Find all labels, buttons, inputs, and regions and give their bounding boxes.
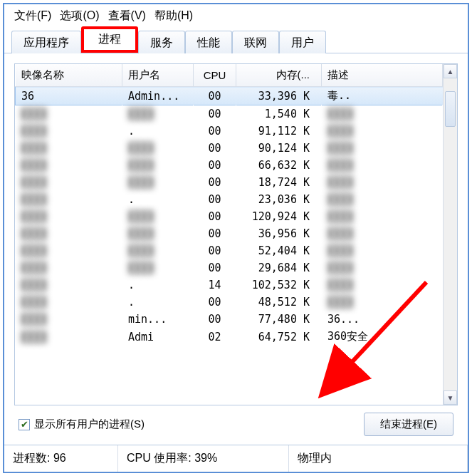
cpu-cell: 00 <box>194 294 236 311</box>
memory-cell: 52,404 K <box>236 242 322 259</box>
table-row[interactable]: ████.0091,112 K████ <box>16 123 443 140</box>
table-row[interactable]: ████████0066,632 K████ <box>16 157 443 174</box>
process-table-scroll[interactable]: 映像名称 用户名 CPU 内存(... 描述 36Admin...0033,39… <box>15 64 443 405</box>
description-cell: ████ <box>322 105 443 123</box>
menu-help[interactable]: 帮助(H) <box>154 9 193 24</box>
table-row[interactable]: ████████001,540 K████ <box>16 105 443 123</box>
image-name-cell: ████ <box>16 191 122 208</box>
user-cell: Admin... <box>122 87 194 105</box>
status-bar: 进程数: 96 CPU 使用率: 39% 物理内 <box>4 445 468 472</box>
scroll-thumb[interactable] <box>445 91 456 127</box>
show-all-users-row[interactable]: ✔ 显示所有用户的进程(S) <box>19 418 145 431</box>
table-row[interactable]: ████████0090,124 K████ <box>16 140 443 157</box>
memory-cell: 66,632 K <box>236 157 322 174</box>
memory-cell: 18,724 K <box>236 174 322 191</box>
user-cell: min... <box>122 311 194 328</box>
description-cell: ████ <box>322 123 443 140</box>
cpu-cell: 00 <box>194 208 236 225</box>
memory-cell: 91,112 K <box>236 123 322 140</box>
process-table: 映像名称 用户名 CPU 内存(... 描述 36Admin...0033,39… <box>15 64 443 346</box>
image-name-cell: ████ <box>16 157 122 174</box>
memory-cell: 102,532 K <box>236 276 322 294</box>
column-cpu[interactable]: CPU <box>194 64 236 87</box>
image-name-cell: ████ <box>16 328 122 346</box>
user-cell: ████ <box>122 225 194 242</box>
table-row[interactable]: ████████0052,404 K████ <box>16 242 443 259</box>
memory-cell: 48,512 K <box>236 294 322 311</box>
show-all-users-checkbox[interactable]: ✔ <box>19 419 30 430</box>
description-cell: ████ <box>322 242 443 259</box>
content-area: 映像名称 用户名 CPU 内存(... 描述 36Admin...0033,39… <box>4 53 468 445</box>
description-cell: 360安全 <box>322 328 443 346</box>
image-name-cell: ████ <box>16 123 122 140</box>
memory-cell: 90,124 K <box>236 140 322 157</box>
description-cell: ████ <box>322 259 443 276</box>
cpu-cell: 00 <box>194 174 236 191</box>
end-process-button[interactable]: 结束进程(E) <box>364 413 453 436</box>
cpu-cell: 02 <box>194 328 236 346</box>
image-name-cell: ████ <box>16 276 122 294</box>
scroll-down-button[interactable]: ▼ <box>444 390 457 405</box>
tab-network[interactable]: 联网 <box>232 31 279 53</box>
vertical-scrollbar[interactable]: ▲ ▼ <box>443 64 457 405</box>
table-row[interactable]: ████min...0077,480 K36... <box>16 311 443 328</box>
user-cell: ████ <box>122 157 194 174</box>
image-name-cell: ████ <box>16 208 122 225</box>
image-name-cell: ████ <box>16 174 122 191</box>
table-row[interactable]: ████████00120,924 K████ <box>16 208 443 225</box>
tab-performance[interactable]: 性能 <box>185 31 232 53</box>
image-name-cell: ████ <box>16 259 122 276</box>
table-row[interactable]: ████████0036,956 K████ <box>16 225 443 242</box>
image-name-cell: ████ <box>16 294 122 311</box>
description-cell: ████ <box>322 174 443 191</box>
user-cell: Admi <box>122 328 194 346</box>
column-memory[interactable]: 内存(... <box>236 64 322 87</box>
cpu-cell: 00 <box>194 225 236 242</box>
scroll-track[interactable] <box>444 78 457 390</box>
user-cell: ████ <box>122 174 194 191</box>
cpu-cell: 00 <box>194 87 236 105</box>
cpu-cell: 00 <box>194 140 236 157</box>
memory-cell: 33,396 K <box>236 87 322 105</box>
description-cell: ████ <box>322 140 443 157</box>
description-cell: ████ <box>322 294 443 311</box>
column-user[interactable]: 用户名 <box>122 64 194 87</box>
table-row[interactable]: ████████0018,724 K████ <box>16 174 443 191</box>
memory-cell: 36,956 K <box>236 225 322 242</box>
menu-bar: 文件(F) 选项(O) 查看(V) 帮助(H) <box>4 4 468 28</box>
menu-view[interactable]: 查看(V) <box>108 9 146 24</box>
process-table-wrap: 映像名称 用户名 CPU 内存(... 描述 36Admin...0033,39… <box>14 63 458 405</box>
table-row[interactable]: ████.14102,532 K████ <box>16 276 443 294</box>
table-row[interactable]: ████.0023,036 K████ <box>16 191 443 208</box>
cpu-cell: 00 <box>194 259 236 276</box>
tab-processes[interactable]: 进程 <box>81 26 138 53</box>
user-cell: ████ <box>122 259 194 276</box>
menu-file[interactable]: 文件(F) <box>14 9 51 24</box>
memory-cell: 77,480 K <box>236 311 322 328</box>
column-image-name[interactable]: 映像名称 <box>16 64 122 87</box>
tab-applications[interactable]: 应用程序 <box>11 31 81 53</box>
menu-options[interactable]: 选项(O) <box>60 9 99 24</box>
image-name-cell: ████ <box>16 311 122 328</box>
table-row[interactable]: ████.0048,512 K████ <box>16 294 443 311</box>
table-row[interactable]: 36Admin...0033,396 K毒.. <box>16 87 443 105</box>
cpu-cell: 00 <box>194 123 236 140</box>
table-row[interactable]: ████████0029,684 K████ <box>16 259 443 276</box>
tabs-row: 应用程序 进程 服务 性能 联网 用户 <box>4 28 468 53</box>
description-cell: 毒.. <box>322 87 443 105</box>
cpu-cell: 00 <box>194 191 236 208</box>
image-name-cell: ████ <box>16 140 122 157</box>
image-name-cell: 36 <box>16 87 122 105</box>
bottom-row: ✔ 显示所有用户的进程(S) 结束进程(E) <box>14 405 458 439</box>
cpu-cell: 00 <box>194 157 236 174</box>
tab-services[interactable]: 服务 <box>138 31 185 53</box>
description-cell: ████ <box>322 225 443 242</box>
user-cell: ████ <box>122 140 194 157</box>
status-processes: 进程数: 96 <box>4 445 118 472</box>
tab-users[interactable]: 用户 <box>279 31 326 53</box>
scroll-up-button[interactable]: ▲ <box>444 64 457 78</box>
status-cpu: CPU 使用率: 39% <box>118 445 289 472</box>
column-description[interactable]: 描述 <box>322 64 443 87</box>
table-row[interactable]: ████Admi0264,752 K360安全 <box>16 328 443 346</box>
user-cell: . <box>122 123 194 140</box>
